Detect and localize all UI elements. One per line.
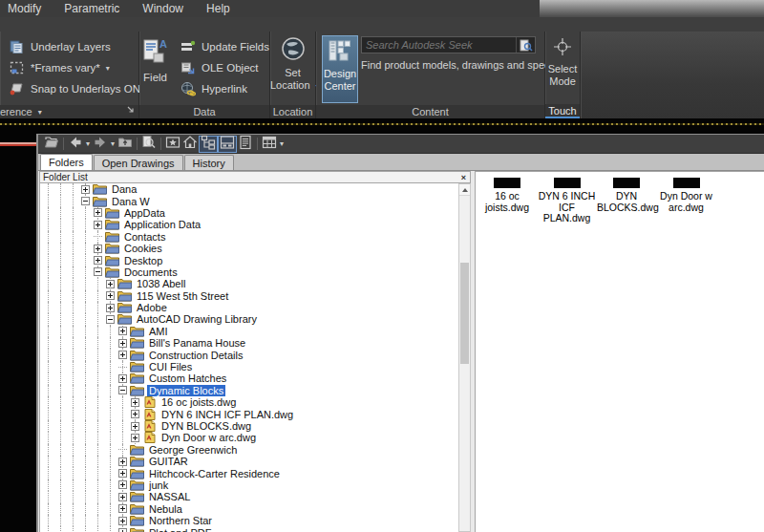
frames-vary-button[interactable]: *Frames vary*▾ xyxy=(0,57,138,78)
tree-item[interactable]: Bill's Panama House xyxy=(40,337,458,349)
tree-item[interactable]: Construction Details xyxy=(40,349,458,360)
tree-item[interactable]: Contacts xyxy=(40,231,458,243)
load-button[interactable] xyxy=(43,136,60,153)
scrollbar-thumb[interactable] xyxy=(460,263,469,364)
tree-item[interactable]: Nebula xyxy=(40,503,458,515)
tree-item[interactable]: 16 oc joists.dwg xyxy=(40,396,458,408)
chevron-down-icon[interactable]: ▾ xyxy=(278,139,286,148)
panel-reference-label[interactable]: erence ▾ xyxy=(0,105,138,118)
expand-icon[interactable] xyxy=(118,504,127,513)
tree-item[interactable]: junk xyxy=(40,479,458,491)
chevron-down-icon[interactable]: ▾ xyxy=(109,139,117,148)
tree-item[interactable]: Documents xyxy=(40,266,458,278)
collapse-icon[interactable] xyxy=(118,386,127,394)
expand-icon[interactable] xyxy=(118,339,127,348)
favorites-button[interactable] xyxy=(164,136,181,153)
forward-button[interactable] xyxy=(92,136,109,153)
expand-icon[interactable] xyxy=(131,422,139,431)
tree-item[interactable]: George Greenwich xyxy=(40,444,458,456)
expand-icon[interactable] xyxy=(118,351,127,359)
tab-open-drawings[interactable]: Open Drawings xyxy=(94,155,183,170)
expand-icon[interactable] xyxy=(81,185,90,194)
preview-button[interactable] xyxy=(218,136,237,153)
expand-icon[interactable] xyxy=(106,280,115,288)
tree-item[interactable]: Dyn Door w arc.dwg xyxy=(40,432,458,443)
menu-item-help[interactable]: Help xyxy=(206,2,244,15)
expand-icon[interactable] xyxy=(131,410,139,418)
tree-item[interactable]: Cookies xyxy=(40,243,458,254)
ole-object-button[interactable]: OLE Object xyxy=(171,57,269,78)
expand-icon[interactable] xyxy=(131,434,139,442)
expand-icon[interactable] xyxy=(118,374,127,383)
dialog-launcher-icon[interactable] xyxy=(127,104,135,116)
content-item[interactable]: DYNBLOCKS.dwg xyxy=(597,178,656,213)
expand-icon[interactable] xyxy=(94,256,102,265)
tree-item[interactable]: GUITAR xyxy=(40,456,458,467)
expand-icon[interactable] xyxy=(118,517,127,525)
expand-icon[interactable] xyxy=(118,493,127,501)
views-button[interactable] xyxy=(261,136,278,153)
field-button[interactable]: A Field xyxy=(139,36,171,99)
select-mode-button[interactable]: Select Mode xyxy=(545,32,580,88)
tree-item[interactable]: Application Data xyxy=(40,219,458,230)
content-item[interactable]: 16 ocjoists.dwg xyxy=(478,178,537,213)
expand-icon[interactable] xyxy=(131,398,139,407)
tree-item[interactable]: Plot and PDF xyxy=(40,526,458,532)
tree-item[interactable]: Dynamic Blocks xyxy=(40,385,458,396)
tree-item[interactable]: Northern Star xyxy=(40,515,458,526)
tree-item[interactable]: DYN BLOCKS.dwg xyxy=(40,420,458,432)
scroll-up-icon[interactable] xyxy=(459,184,470,196)
design-center-button[interactable]: Design Center xyxy=(322,35,358,103)
chevron-down-icon[interactable]: ▾ xyxy=(84,139,92,148)
tab-history[interactable]: History xyxy=(184,155,234,170)
tree-view-button[interactable] xyxy=(199,136,218,153)
search-button[interactable] xyxy=(140,136,158,153)
tree-item[interactable]: 1038 Abell xyxy=(40,278,458,289)
expand-icon[interactable] xyxy=(118,327,127,335)
tree-item[interactable]: Dana xyxy=(40,183,458,195)
hyperlink-button[interactable]: Hyperlink xyxy=(171,78,269,99)
tree-item[interactable]: AutoCAD Drawing Library xyxy=(40,313,458,325)
tree-item[interactable]: 115 West 5th Street xyxy=(40,290,458,302)
menu-item-modify[interactable]: Modify xyxy=(8,2,54,15)
tree-item[interactable]: Dana W xyxy=(40,195,458,206)
up-button[interactable] xyxy=(117,136,134,153)
content-item[interactable]: Dyn Door warc.dwg xyxy=(657,178,716,213)
expand-icon[interactable] xyxy=(118,469,127,478)
expand-icon[interactable] xyxy=(118,528,127,532)
snap-to-underlays-on-button[interactable]: Snap to Underlays ON▾ xyxy=(0,78,138,99)
description-button[interactable] xyxy=(237,136,254,153)
collapse-icon[interactable] xyxy=(106,315,115,324)
tab-folders[interactable]: Folders xyxy=(40,154,93,170)
seek-search-button[interactable] xyxy=(516,37,535,53)
tree-item[interactable]: Desktop xyxy=(40,254,458,266)
tree-item[interactable]: Custom Hatches xyxy=(40,372,458,384)
underlay-layers-button[interactable]: Underlay Layers xyxy=(0,36,138,57)
expand-icon[interactable] xyxy=(94,208,102,217)
tree-scrollbar[interactable] xyxy=(458,183,471,532)
update-fields-button[interactable]: Update Fields xyxy=(171,36,269,57)
expand-icon[interactable] xyxy=(118,480,127,489)
tree-item[interactable]: Adobe xyxy=(40,302,458,313)
tree-item[interactable]: AMI xyxy=(40,326,458,337)
collapse-icon[interactable] xyxy=(81,197,90,205)
tree-item[interactable]: DYN 6 INCH ICF PLAN.dwg xyxy=(40,408,458,419)
tree-item[interactable]: AppData xyxy=(40,207,458,219)
expand-icon[interactable] xyxy=(106,304,115,312)
tree-item[interactable]: CUI Files xyxy=(40,361,458,372)
home-button[interactable] xyxy=(181,136,199,153)
expand-icon[interactable] xyxy=(106,291,115,300)
tree-item[interactable]: Hitchcock-Carter Residence xyxy=(40,467,458,479)
menu-item-parametric[interactable]: Parametric xyxy=(64,2,133,15)
expand-icon[interactable] xyxy=(94,245,102,253)
content-item[interactable]: DYN 6 INCHICF PLAN.dwg xyxy=(538,178,597,224)
back-button[interactable] xyxy=(67,136,84,153)
menu-item-window[interactable]: Window xyxy=(142,2,197,15)
tree-item[interactable]: NASSAL xyxy=(40,491,458,502)
set-location-button[interactable]: Set Location▾ xyxy=(270,32,315,93)
expand-icon[interactable] xyxy=(118,458,127,466)
search-input[interactable] xyxy=(362,39,516,51)
close-icon[interactable]: × xyxy=(458,173,469,182)
collapse-icon[interactable] xyxy=(94,267,102,276)
expand-icon[interactable] xyxy=(94,221,102,229)
